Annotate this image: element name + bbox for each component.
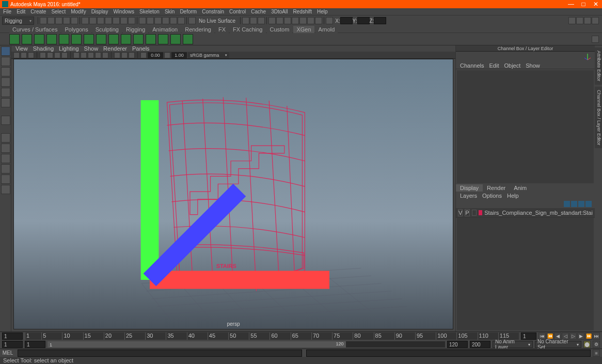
- layout-icon[interactable]: [1, 175, 10, 184]
- lasso-tool-icon[interactable]: [1, 57, 10, 66]
- layer-tab-render[interactable]: Render: [483, 184, 510, 192]
- panel-menu-panels[interactable]: Panels: [132, 45, 150, 52]
- shelf-icon[interactable]: [96, 34, 106, 44]
- last-tool-icon[interactable]: [1, 116, 10, 125]
- undo-icon[interactable]: [63, 17, 70, 24]
- snap-icon[interactable]: [170, 17, 177, 24]
- snap-icon[interactable]: [147, 17, 154, 24]
- render-icon[interactable]: [276, 17, 283, 24]
- shelf-tab-arnold[interactable]: Arnold: [315, 26, 338, 33]
- range-end-field[interactable]: 120: [447, 341, 468, 348]
- time-current-field[interactable]: 1: [2, 333, 23, 340]
- sidebar-toggle-icon[interactable]: [576, 17, 583, 24]
- menu-windows[interactable]: Windows: [113, 9, 134, 14]
- sel-mask-icon[interactable]: [82, 17, 89, 24]
- shelf-icon[interactable]: [34, 34, 44, 44]
- panel-menu-shading[interactable]: Shading: [33, 45, 54, 52]
- coord-y-field[interactable]: [357, 17, 370, 24]
- camera-select-icon[interactable]: [13, 52, 20, 58]
- menu-help[interactable]: Help: [317, 9, 328, 14]
- panel-menu-view[interactable]: View: [15, 45, 28, 52]
- sel-mask-icon[interactable]: [89, 17, 97, 24]
- construction-icon[interactable]: [250, 17, 257, 24]
- shelf-icon[interactable]: [71, 34, 82, 44]
- sidebar-toggle-icon[interactable]: [592, 17, 599, 24]
- snap-icon[interactable]: [139, 17, 146, 24]
- sidebar-toggle-icon[interactable]: [568, 17, 576, 24]
- shelf-icon[interactable]: [59, 34, 69, 44]
- shelf-tab-custom[interactable]: Custom: [267, 26, 293, 33]
- step-fwd-key-icon[interactable]: ⏩: [585, 333, 592, 340]
- shelf-icon[interactable]: [121, 34, 131, 44]
- render-icon[interactable]: [299, 17, 307, 24]
- script-editor-icon[interactable]: ≡: [593, 350, 600, 357]
- sel-mask-icon[interactable]: [128, 17, 135, 24]
- new-layer-icon[interactable]: [578, 201, 584, 207]
- shelf-icon[interactable]: [84, 34, 94, 44]
- shelf-tab-xgen[interactable]: XGen: [293, 26, 314, 33]
- construction-icon[interactable]: [242, 17, 249, 24]
- goto-end-icon[interactable]: ⏭: [593, 333, 600, 340]
- menu-skin[interactable]: Skin: [165, 9, 175, 14]
- menu-select[interactable]: Select: [51, 9, 66, 14]
- render-icon[interactable]: [315, 17, 322, 24]
- layer-tab-anim[interactable]: Anim: [510, 184, 531, 192]
- new-layer-sel-icon[interactable]: [585, 201, 592, 207]
- side-tab-channel-box[interactable]: Channel Box / Layer Editor: [595, 87, 602, 149]
- time-ruler[interactable]: 1510152025303540455055606570758085909510…: [25, 333, 519, 340]
- auto-key-icon[interactable]: ⬤: [583, 341, 591, 348]
- snap-icon[interactable]: [154, 17, 162, 24]
- render-icon[interactable]: [268, 17, 276, 24]
- character-set-dropdown[interactable]: No Character Set: [535, 341, 581, 348]
- menu-cache[interactable]: Cache: [251, 9, 266, 14]
- coord-z-field[interactable]: [374, 17, 386, 24]
- chbox-menu-object[interactable]: Object: [504, 62, 520, 69]
- shelf-tab-sculpting[interactable]: Sculpting: [92, 26, 122, 33]
- render-icon[interactable]: [292, 17, 299, 24]
- close-button[interactable]: ✕: [590, 0, 602, 8]
- menu-control[interactable]: Control: [229, 9, 246, 14]
- chbox-menu-show[interactable]: Show: [526, 62, 540, 69]
- layer-color-swatch[interactable]: [479, 210, 482, 215]
- shelf-icon[interactable]: [108, 34, 119, 44]
- shelf-icon[interactable]: [9, 34, 20, 44]
- live-icon[interactable]: [188, 17, 196, 24]
- menu-constrain[interactable]: Constrain: [202, 9, 224, 14]
- sidebar-toggle-icon[interactable]: [584, 17, 591, 24]
- anim-layer-dropdown[interactable]: No Anim Layer: [493, 341, 533, 348]
- panel-layout-icon[interactable]: [326, 17, 333, 24]
- menu-redshift[interactable]: Redshift: [293, 9, 312, 14]
- menu-skeleton[interactable]: Skeleton: [139, 9, 160, 14]
- range-slider[interactable]: 1120: [47, 341, 445, 347]
- range-start-field[interactable]: 1: [25, 341, 45, 348]
- menu-file[interactable]: File: [3, 9, 11, 14]
- chbox-menu-channels[interactable]: Channels: [460, 62, 484, 69]
- sel-mask-icon[interactable]: [120, 17, 128, 24]
- workspace-dropdown[interactable]: Rigging: [2, 17, 34, 25]
- shelf-icon[interactable]: [146, 34, 156, 44]
- select-tool-icon[interactable]: [1, 46, 10, 56]
- sel-mask-icon[interactable]: [105, 17, 112, 24]
- move-layer-up-icon[interactable]: [564, 201, 570, 207]
- layer-menu-options[interactable]: Options: [482, 193, 502, 199]
- shelf-icon[interactable]: [183, 34, 193, 44]
- layer-row[interactable]: V P Stairs_Compliance_Sign_mb_standart:S…: [456, 208, 595, 218]
- save-scene-icon[interactable]: [55, 17, 62, 24]
- open-scene-icon[interactable]: [47, 17, 55, 24]
- render-icon[interactable]: [307, 17, 314, 24]
- shelf-icon[interactable]: [133, 34, 144, 44]
- minimize-button[interactable]: —: [565, 0, 577, 8]
- shelf-tab-curves[interactable]: Curves / Surfaces: [9, 26, 60, 33]
- range-max-field[interactable]: 200: [470, 341, 490, 348]
- sel-mask-icon[interactable]: [97, 17, 104, 24]
- shelf-icon[interactable]: [170, 34, 181, 44]
- script-lang-label[interactable]: MEL: [0, 350, 15, 356]
- menu-edit[interactable]: Edit: [17, 9, 25, 14]
- layout-icon[interactable]: [1, 144, 10, 153]
- redo-icon[interactable]: [71, 17, 78, 24]
- layout-icon[interactable]: [1, 154, 10, 163]
- prefs-icon[interactable]: ⚙: [593, 341, 600, 348]
- panel-menu-show[interactable]: Show: [84, 45, 99, 52]
- shelf-scroll-icon[interactable]: [592, 36, 599, 43]
- paint-tool-icon[interactable]: [1, 67, 10, 76]
